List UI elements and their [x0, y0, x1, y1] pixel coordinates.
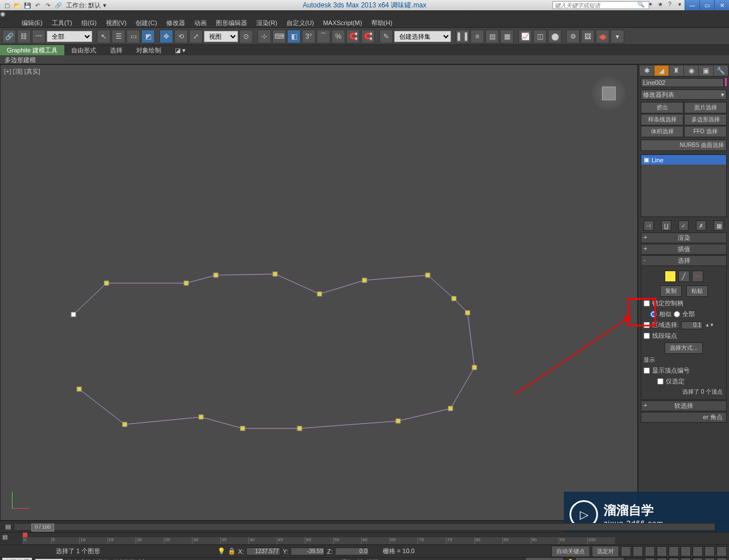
modifier-list-dropdown[interactable]: 修改器列表▾ — [641, 89, 727, 100]
help-icon[interactable]: ? — [666, 1, 674, 9]
minimize-button[interactable]: — — [685, 0, 699, 10]
angle-snap-button[interactable]: 3° — [302, 30, 316, 43]
tab-hierarchy[interactable]: ♜ — [669, 66, 683, 76]
track-expand-icon[interactable]: ▤ — [2, 534, 7, 540]
tab-display[interactable]: ▣ — [699, 66, 713, 76]
area-value-spinner[interactable] — [681, 321, 703, 329]
menu-grapheditors[interactable]: 图形编辑器 — [211, 18, 252, 28]
pin-stack-button[interactable]: ⊣ — [644, 220, 654, 231]
search-icon[interactable]: 🔍 — [637, 1, 645, 9]
nav-zoom-button[interactable] — [657, 558, 667, 561]
keyboard-shortcut-button[interactable]: ⌨ — [272, 30, 286, 43]
nav-zoomall-button[interactable] — [669, 558, 679, 561]
nav-pan-button[interactable] — [693, 558, 703, 561]
coord-x-field[interactable] — [246, 547, 280, 555]
magnet-icon[interactable]: 🧲 — [346, 30, 360, 43]
viewport[interactable]: [+] [顶] [真实] — [0, 64, 638, 521]
viewport-nav1-button[interactable] — [681, 546, 691, 557]
time-slider[interactable]: 0 / 100 — [14, 523, 715, 531]
menu-help[interactable]: 帮助(H) — [367, 18, 397, 28]
undo-icon[interactable]: ↶ — [33, 1, 42, 10]
goto-start-button[interactable] — [621, 546, 631, 557]
stack-item-line[interactable]: ▣ Line — [641, 155, 726, 165]
next-frame-button[interactable] — [657, 546, 667, 557]
show-result-button[interactable]: ∐ — [661, 220, 671, 231]
preset-extrude[interactable]: 挤出 — [641, 102, 683, 113]
copy-button[interactable]: 复制 — [660, 285, 682, 297]
new-icon[interactable]: ▢ — [2, 1, 11, 10]
schematic-view-button[interactable]: ◫ — [533, 30, 547, 43]
help-search-input[interactable] — [552, 1, 649, 9]
key-filters-button[interactable]: 关键点过滤器... — [575, 557, 624, 561]
preset-patchsel[interactable]: 面片选择 — [684, 102, 727, 113]
layer-manager-button[interactable]: ▦ — [500, 30, 514, 43]
ribbon-tab-graphite[interactable]: Graphite 建模工具 — [0, 45, 64, 55]
move-button[interactable]: ✥ — [159, 30, 173, 43]
save-icon[interactable]: 💾 — [23, 1, 32, 10]
nav-maximize-button[interactable] — [716, 558, 727, 561]
tab-create[interactable]: ✱ — [640, 66, 654, 76]
link-icon[interactable]: 🔗 — [54, 1, 63, 10]
play-button[interactable] — [645, 546, 655, 557]
segment-end-checkbox[interactable] — [644, 333, 650, 339]
viewport-nav3-button[interactable] — [705, 546, 715, 557]
manipulate-button[interactable]: ⊹ — [257, 30, 271, 43]
window-crossing-button[interactable]: ◩ — [141, 30, 155, 43]
select-by-button[interactable]: 选择方式... — [665, 342, 702, 354]
set-key-selected-icon[interactable]: ▤ — [2, 523, 14, 530]
track-key-marker[interactable] — [23, 533, 27, 537]
exchange-icon[interactable]: ✦ — [646, 1, 654, 9]
show-vertex-num-checkbox[interactable] — [644, 367, 650, 374]
viewport-nav2-button[interactable] — [693, 546, 703, 557]
time-slider-handle[interactable]: 0 / 100 — [31, 524, 54, 532]
modifier-stack[interactable]: ▣ Line — [641, 154, 727, 217]
workspace-selector[interactable]: 工作台: 默认▾ — [66, 1, 107, 10]
favorite-icon[interactable]: ★ — [656, 1, 664, 9]
curve-editor-button[interactable]: 📈 — [518, 30, 532, 43]
tab-motion[interactable]: ◉ — [684, 66, 698, 76]
material-editor-button[interactable]: ⬤ — [548, 30, 562, 43]
close-button[interactable]: ✕ — [714, 0, 729, 10]
menu-create[interactable]: 创建(C) — [131, 18, 161, 28]
all-radio[interactable] — [674, 311, 680, 317]
percent-snap-button[interactable]: ⌒ — [317, 30, 330, 43]
preset-polysel[interactable]: 多边形选择 — [684, 114, 727, 125]
subobj-vertex-button[interactable]: ⁘ — [665, 271, 676, 282]
nav-fov-button[interactable] — [681, 558, 691, 561]
select-name-button[interactable]: ☰ — [112, 30, 125, 43]
rollup-rendering[interactable]: +渲染 — [641, 232, 727, 243]
select-link-button[interactable]: 🔗 — [2, 30, 16, 43]
configure-button[interactable]: ▦ — [714, 220, 724, 231]
preset-nurbs[interactable]: NURBS 曲面选择 — [641, 140, 727, 151]
layers-button[interactable]: ▤ — [485, 30, 499, 43]
track-bar[interactable]: ▤ 05101520253035404550556065707580859095… — [0, 532, 729, 545]
lock-icon[interactable]: 💡 — [218, 547, 226, 555]
remove-mod-button[interactable]: ✗ — [696, 220, 706, 231]
preset-splinesel[interactable]: 样条线选择 — [641, 114, 683, 125]
ribbon-expand-button[interactable]: ◪ ▾ — [168, 45, 193, 55]
named-selection-dropdown[interactable]: 创建选择集 — [394, 31, 451, 42]
menu-rendering[interactable]: 渲染(R) — [252, 18, 282, 28]
render-frame-button[interactable]: 🖼 — [581, 30, 595, 43]
object-color-swatch[interactable] — [725, 78, 727, 86]
unlink-button[interactable]: ⛓ — [17, 30, 31, 43]
make-unique-button[interactable]: ✓ — [678, 220, 689, 231]
auto-key-button[interactable]: 自动关键点 — [551, 546, 590, 557]
coord-y-field[interactable] — [290, 547, 325, 555]
preset-ffdsel[interactable]: FFD 选择 — [684, 126, 727, 137]
rollup-interpolation[interactable]: +插值 — [641, 244, 727, 255]
menu-edit[interactable]: 编辑(E) — [17, 18, 47, 28]
track-ruler[interactable]: 0510152025303540455055606570758085909510… — [23, 537, 615, 544]
app-menu-button[interactable]: ◉ — [0, 10, 729, 18]
scale-button[interactable]: ⤢ — [189, 30, 203, 43]
tab-modify[interactable]: ◢ — [654, 66, 669, 76]
bind-spacewarp-button[interactable]: 〰 — [32, 30, 46, 43]
spinner-snap-button[interactable]: % — [331, 30, 345, 43]
tab-utilities[interactable]: 🔧 — [714, 66, 728, 76]
ribbon-tab-selection[interactable]: 选择 — [103, 45, 129, 55]
goto-end-button[interactable] — [669, 546, 679, 557]
menu-modifiers[interactable]: 修改器 — [162, 18, 190, 28]
subobj-segment-button[interactable]: ╱ — [678, 271, 690, 282]
viewport-nav4-button[interactable] — [716, 546, 727, 557]
select-button[interactable]: ↖ — [97, 30, 110, 43]
